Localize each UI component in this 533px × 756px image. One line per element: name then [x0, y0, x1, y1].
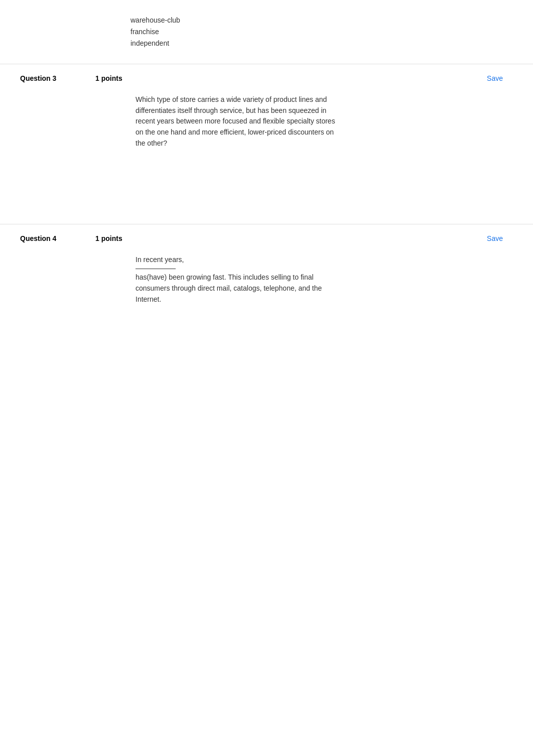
- question3-indent: [20, 94, 136, 149]
- question4-text-part1: In recent years,: [136, 256, 184, 264]
- question4-text-part2: has(have) been growing fast. This includ…: [136, 273, 322, 303]
- question3-save-button[interactable]: Save: [487, 74, 503, 82]
- question3-text: Which type of store carries a wide varie…: [136, 94, 336, 149]
- question4-indent: [20, 255, 136, 305]
- top-options-section: warehouse-club franchise independent: [0, 0, 533, 49]
- question4-points: 1 points: [95, 233, 122, 242]
- question4-blank: [136, 269, 176, 269]
- question3-points-block: 1 points: [85, 74, 136, 82]
- option-franchise: franchise: [130, 27, 533, 37]
- question3-label: Question 3: [20, 74, 56, 82]
- option-independent: independent: [130, 38, 533, 49]
- option-warehouse-club: warehouse-club: [130, 15, 533, 26]
- question3-body: Which type of store carries a wide varie…: [0, 92, 533, 164]
- question4-label-block: Question 4: [20, 234, 85, 242]
- spacer: [0, 164, 533, 224]
- question3-label-block: Question 3: [20, 74, 85, 82]
- question4-body: In recent years, has(have) been growing …: [0, 253, 533, 320]
- question4-save-button[interactable]: Save: [487, 234, 503, 242]
- question4-points-block: 1 points: [85, 234, 136, 242]
- question4-header: Question 4 1 points Save: [0, 224, 533, 253]
- options-list: warehouse-club franchise independent: [130, 15, 533, 49]
- question4-text: In recent years, has(have) been growing …: [136, 255, 336, 305]
- question4-label: Question 4: [20, 234, 56, 242]
- question3-points: 1 points: [95, 73, 122, 82]
- question3-header: Question 3 1 points Save: [0, 64, 533, 92]
